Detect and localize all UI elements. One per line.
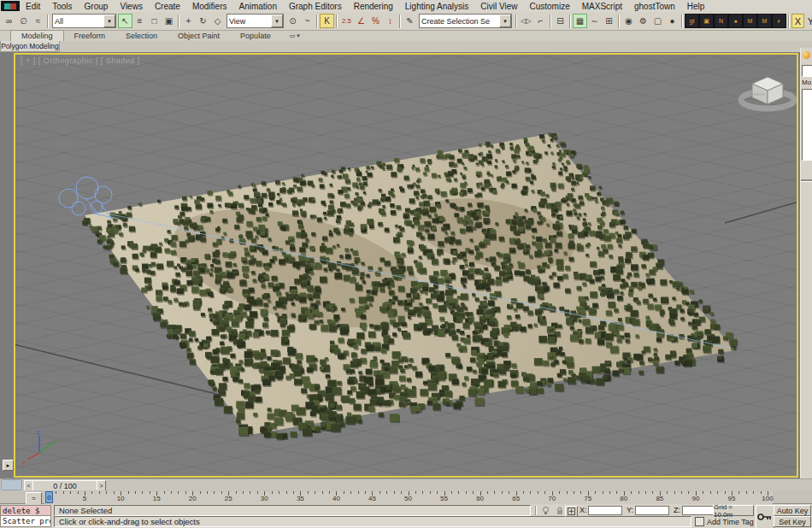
ruler-tick — [603, 491, 603, 494]
add-time-tag[interactable]: Add Time Tag — [695, 516, 754, 527]
menu-civil-view[interactable]: Civil View — [474, 2, 523, 11]
add-time-tag-label[interactable]: Add Time Tag — [707, 518, 754, 526]
menu-modifiers[interactable]: Modifiers — [186, 2, 233, 11]
dropdown-arrow-icon[interactable]: ▼ — [103, 15, 115, 27]
mini-curve-editor-button[interactable]: ≈ — [26, 492, 42, 505]
menu-customize[interactable]: Customize — [523, 2, 575, 11]
named-selection-set-dropdown[interactable]: Create Selection Se▼ — [419, 14, 512, 28]
rendered-frame-window-icon[interactable]: ▢ — [650, 14, 665, 28]
viewport-canvas[interactable] — [15, 55, 797, 476]
select-and-manipulate-icon[interactable]: ~ — [300, 14, 315, 28]
current-frame-marker[interactable]: 0 — [45, 491, 53, 503]
mirror-icon[interactable]: ◁▷ — [519, 14, 533, 28]
align-icon[interactable]: ⌐ — [533, 14, 548, 28]
material-editor-icon[interactable]: ◉ — [621, 14, 636, 28]
schematic-view-icon[interactable]: ⊞ — [602, 14, 616, 28]
edit-named-selection-sets-icon[interactable]: ✎ — [403, 14, 417, 28]
ghosttown-tool-2-icon[interactable]: ▣ — [699, 14, 714, 28]
keyboard-shortcut-override-icon[interactable]: K — [320, 14, 334, 28]
viewport-label[interactable]: [ + ] [ Orthographic ] [ Shaded ] — [21, 56, 140, 65]
ribbon-minimize-button[interactable]: ▭ ▾ — [286, 31, 303, 41]
menu-maxscript[interactable]: MAXScript — [576, 2, 628, 11]
render-production-icon[interactable]: ● — [665, 14, 680, 28]
coord-x-field[interactable] — [588, 506, 622, 515]
ruler-tick — [315, 491, 315, 494]
unlink-selection-icon[interactable]: ∅ — [16, 14, 31, 28]
expand-arrow-button[interactable]: ► — [3, 460, 14, 471]
render-setup-icon[interactable]: ⚙ — [636, 14, 650, 28]
axis-x-button[interactable]: X — [791, 14, 804, 28]
bind-to-spacewarp-icon[interactable]: ≈ — [31, 14, 45, 28]
ghosttown-tool-7-icon[interactable]: ◐ — [772, 14, 786, 28]
ribbon-tab-freeform[interactable]: Freeform — [64, 31, 116, 41]
ghosttown-tool-6-icon[interactable]: M — [757, 14, 772, 28]
ruler-tick — [466, 491, 467, 494]
menu-group[interactable]: Group — [79, 2, 115, 11]
ribbon-tab-object-paint[interactable]: Object Paint — [168, 31, 230, 41]
ribbon-tab-selection[interactable]: Selection — [115, 31, 168, 41]
menu-edit[interactable]: Edit — [20, 2, 46, 11]
ruler-tick — [142, 491, 143, 494]
select-and-link-icon[interactable]: ∞ — [2, 14, 16, 28]
curve-editor-icon[interactable]: ∼ — [587, 14, 602, 28]
rectangular-selection-region-icon[interactable]: □ — [147, 14, 162, 28]
key-icon — [757, 513, 773, 521]
select-and-rotate-icon[interactable]: ↻ — [196, 14, 210, 28]
ghosttown-tool-5-icon[interactable]: M — [743, 14, 757, 28]
maxscript-listener-line2[interactable]: Scatter proc — [0, 516, 51, 527]
auto-key-button[interactable]: Auto Key — [774, 505, 811, 516]
ruler-tick — [78, 491, 79, 494]
select-and-scale-icon[interactable]: ◇ — [210, 14, 225, 28]
angle-snap-icon[interactable]: ∠ — [354, 14, 368, 28]
menu-animation[interactable]: Animation — [232, 2, 282, 11]
set-keys-button[interactable] — [756, 505, 774, 528]
use-pivot-center-icon[interactable]: ⊙ — [285, 14, 300, 28]
set-key-button[interactable]: Set Key — [774, 516, 811, 527]
menu-ghosttown[interactable]: ghostTown — [628, 2, 681, 11]
selection-lock-icon[interactable] — [554, 506, 565, 515]
listener-corner-button[interactable] — [1, 479, 22, 490]
max-logo-icon[interactable] — [1, 1, 20, 11]
ruler-tick — [530, 491, 531, 494]
ghosttown-tool-4-icon[interactable]: ● — [728, 14, 743, 28]
select-by-name-icon[interactable]: ≡ — [132, 14, 147, 28]
reference-coordinate-dropdown[interactable]: View▼ — [227, 14, 284, 28]
ribbon-tab-modeling[interactable]: Modeling — [10, 30, 64, 41]
polygon-modeling-panel[interactable]: Polygon Modeling — [0, 41, 60, 52]
adaptive-degradation-lightbulb-icon[interactable] — [540, 506, 551, 515]
axis-y-button[interactable]: Y — [804, 14, 812, 28]
manage-layers-icon[interactable]: ⊟ — [553, 14, 568, 28]
window-crossing-icon[interactable]: ▣ — [162, 14, 176, 28]
menu-rendering[interactable]: Rendering — [348, 2, 399, 11]
ruler-tick — [595, 491, 596, 494]
menu-lighting-analysis[interactable]: Lighting Analysis — [399, 2, 475, 11]
timeline-ruler[interactable]: 0510152025303540455055606570758085909510… — [44, 491, 773, 504]
select-object-icon[interactable]: ↖ — [118, 14, 132, 28]
spinner-snap-icon[interactable]: ↕ — [383, 14, 397, 28]
snaps-toggle-2-5-icon[interactable]: 2.5 — [339, 14, 354, 28]
absolute-mode-transform-icon[interactable] — [565, 506, 578, 517]
ribbon-tab-populate[interactable]: Populate — [230, 31, 281, 41]
select-and-move-icon[interactable]: + — [181, 14, 196, 28]
ruler-label: 75 — [584, 495, 591, 502]
dropdown-arrow-icon[interactable]: ▼ — [271, 15, 283, 27]
percent-snap-icon[interactable]: % — [368, 14, 383, 28]
ghosttown-tool-1-icon[interactable]: gt — [685, 14, 699, 28]
menu-create[interactable]: Create — [149, 2, 186, 11]
menu-graph-editors[interactable]: Graph Editors — [283, 2, 348, 11]
menu-help[interactable]: Help — [681, 2, 711, 11]
menu-views[interactable]: Views — [114, 2, 149, 11]
command-panel-field[interactable] — [802, 65, 812, 77]
selection-filter-dropdown[interactable]: All▼ — [52, 14, 116, 28]
modifier-stack-list[interactable] — [802, 89, 812, 161]
maxscript-listener-line1[interactable]: delete $ — [0, 505, 51, 516]
coord-z-field[interactable] — [682, 506, 716, 515]
menu-tools[interactable]: Tools — [46, 2, 78, 11]
graphite-modeling-tools-icon[interactable]: ▦ — [573, 14, 587, 28]
viewport[interactable] — [14, 53, 798, 478]
coord-y-field[interactable] — [635, 506, 669, 515]
command-panel-tab-icon[interactable] — [803, 51, 810, 59]
ghosttown-tool-3-icon[interactable]: N — [714, 14, 728, 28]
dropdown-arrow-icon[interactable]: ▼ — [499, 15, 511, 27]
toolbar-divider — [47, 15, 49, 28]
